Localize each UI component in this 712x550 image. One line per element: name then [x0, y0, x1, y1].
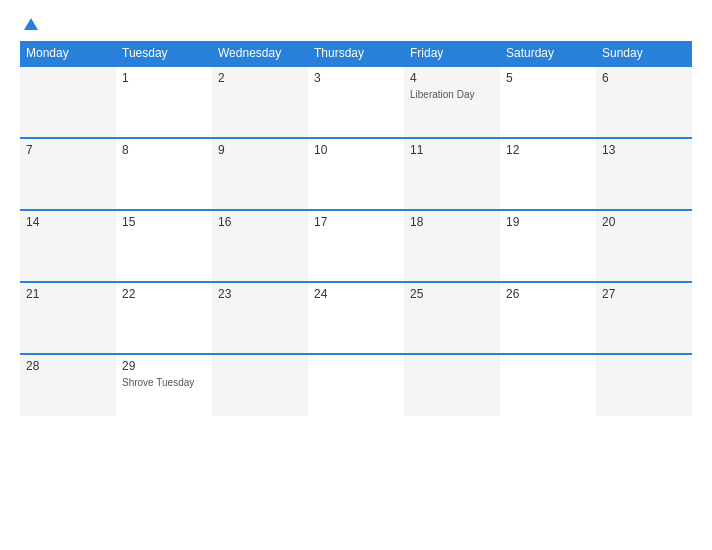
calendar-cell: 29Shrove Tuesday	[116, 354, 212, 416]
calendar-cell: 10	[308, 138, 404, 210]
calendar-cell: 18	[404, 210, 500, 282]
day-number: 25	[410, 287, 494, 301]
day-number: 11	[410, 143, 494, 157]
day-number: 13	[602, 143, 686, 157]
day-number: 3	[314, 71, 398, 85]
holiday-label: Shrove Tuesday	[122, 376, 206, 389]
day-number: 22	[122, 287, 206, 301]
calendar-cell	[500, 354, 596, 416]
day-number: 17	[314, 215, 398, 229]
day-number: 12	[506, 143, 590, 157]
calendar-cell: 1	[116, 66, 212, 138]
day-number: 19	[506, 215, 590, 229]
day-number: 20	[602, 215, 686, 229]
page: MondayTuesdayWednesdayThursdayFridaySatu…	[0, 0, 712, 550]
calendar-cell	[20, 66, 116, 138]
weekday-header-row: MondayTuesdayWednesdayThursdayFridaySatu…	[20, 41, 692, 66]
weekday-header-monday: Monday	[20, 41, 116, 66]
calendar-cell: 25	[404, 282, 500, 354]
calendar-cell: 16	[212, 210, 308, 282]
week-row-1: 78910111213	[20, 138, 692, 210]
day-number: 10	[314, 143, 398, 157]
day-number: 21	[26, 287, 110, 301]
day-number: 26	[506, 287, 590, 301]
day-number: 14	[26, 215, 110, 229]
day-number: 28	[26, 359, 110, 373]
day-number: 6	[602, 71, 686, 85]
day-number: 4	[410, 71, 494, 85]
calendar-cell: 11	[404, 138, 500, 210]
calendar-cell: 17	[308, 210, 404, 282]
calendar-cell	[308, 354, 404, 416]
week-row-2: 14151617181920	[20, 210, 692, 282]
calendar-cell: 8	[116, 138, 212, 210]
calendar-cell: 3	[308, 66, 404, 138]
day-number: 7	[26, 143, 110, 157]
logo-blue-row	[20, 18, 38, 31]
calendar-cell: 21	[20, 282, 116, 354]
calendar-cell: 6	[596, 66, 692, 138]
calendar-cell: 26	[500, 282, 596, 354]
calendar-cell: 15	[116, 210, 212, 282]
week-row-0: 1234Liberation Day56	[20, 66, 692, 138]
calendar-cell	[404, 354, 500, 416]
calendar-cell: 24	[308, 282, 404, 354]
calendar-cell	[212, 354, 308, 416]
holiday-label: Liberation Day	[410, 88, 494, 101]
day-number: 15	[122, 215, 206, 229]
weekday-header-saturday: Saturday	[500, 41, 596, 66]
weekday-header-thursday: Thursday	[308, 41, 404, 66]
calendar-cell: 22	[116, 282, 212, 354]
logo	[20, 18, 38, 31]
calendar-cell	[596, 354, 692, 416]
weekday-header-sunday: Sunday	[596, 41, 692, 66]
day-number: 16	[218, 215, 302, 229]
calendar-cell: 5	[500, 66, 596, 138]
logo-triangle-icon	[24, 18, 38, 30]
calendar-cell: 28	[20, 354, 116, 416]
calendar-cell: 19	[500, 210, 596, 282]
calendar-cell: 9	[212, 138, 308, 210]
header	[20, 18, 692, 31]
day-number: 2	[218, 71, 302, 85]
weekday-header-wednesday: Wednesday	[212, 41, 308, 66]
calendar-cell: 27	[596, 282, 692, 354]
calendar-cell: 14	[20, 210, 116, 282]
calendar-cell: 4Liberation Day	[404, 66, 500, 138]
day-number: 1	[122, 71, 206, 85]
week-row-4: 2829Shrove Tuesday	[20, 354, 692, 416]
calendar-table: MondayTuesdayWednesdayThursdayFridaySatu…	[20, 41, 692, 416]
calendar-cell: 23	[212, 282, 308, 354]
day-number: 18	[410, 215, 494, 229]
calendar-cell: 2	[212, 66, 308, 138]
day-number: 27	[602, 287, 686, 301]
calendar-cell: 7	[20, 138, 116, 210]
day-number: 24	[314, 287, 398, 301]
day-number: 9	[218, 143, 302, 157]
calendar-cell: 20	[596, 210, 692, 282]
calendar-cell: 12	[500, 138, 596, 210]
week-row-3: 21222324252627	[20, 282, 692, 354]
day-number: 8	[122, 143, 206, 157]
weekday-header-friday: Friday	[404, 41, 500, 66]
day-number: 5	[506, 71, 590, 85]
day-number: 23	[218, 287, 302, 301]
weekday-header-tuesday: Tuesday	[116, 41, 212, 66]
calendar-cell: 13	[596, 138, 692, 210]
day-number: 29	[122, 359, 206, 373]
